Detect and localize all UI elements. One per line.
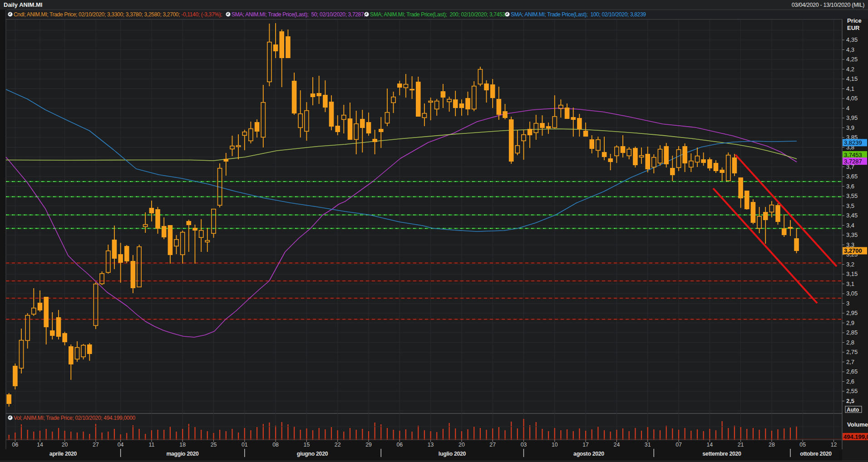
svg-text:Daily ANIM.MI: Daily ANIM.MI xyxy=(4,1,42,8)
svg-text:3,8239: 3,8239 xyxy=(844,139,862,146)
svg-text:Price: Price xyxy=(847,17,862,24)
svg-text:SMA; ANIM.MI; Trade Price(Last: SMA; ANIM.MI; Trade Price(Last); 50; 02/… xyxy=(232,11,365,18)
svg-text:07: 07 xyxy=(676,442,682,448)
svg-text:3,7287: 3,7287 xyxy=(844,158,862,165)
svg-text:21: 21 xyxy=(738,442,744,448)
svg-text:4,35: 4,35 xyxy=(846,36,858,43)
svg-text:11: 11 xyxy=(149,442,155,448)
svg-text:4,05: 4,05 xyxy=(846,95,858,102)
svg-text:24: 24 xyxy=(614,442,620,448)
svg-text:3,5: 3,5 xyxy=(846,202,854,209)
svg-text:3: 3 xyxy=(846,300,849,307)
svg-text:2,55: 2,55 xyxy=(846,388,858,394)
svg-text:3,15: 3,15 xyxy=(846,270,858,277)
svg-text:25: 25 xyxy=(211,442,217,448)
svg-text:4,1: 4,1 xyxy=(846,85,854,92)
svg-text:EUR: EUR xyxy=(847,25,860,31)
svg-text:13: 13 xyxy=(428,442,434,448)
svg-text:27: 27 xyxy=(93,442,99,448)
svg-text:10: 10 xyxy=(552,442,558,448)
svg-text:3,95: 3,95 xyxy=(846,114,858,121)
svg-text:Auto: Auto xyxy=(847,407,859,413)
svg-text:2,95: 2,95 xyxy=(846,310,858,316)
svg-text:15: 15 xyxy=(304,442,310,448)
svg-text:SMA; ANIM.MI; Trade Price(Last: SMA; ANIM.MI; Trade Price(Last); 100; 02… xyxy=(511,11,646,18)
svg-text:luglio 2020: luglio 2020 xyxy=(439,451,466,457)
svg-text:SMA; ANIM.MI; Trade Price(Last: SMA; ANIM.MI; Trade Price(Last); 200; 02… xyxy=(370,11,507,18)
svg-text:03/04/2020 - 13/10/2020 (MIL): 03/04/2020 - 13/10/2020 (MIL) xyxy=(792,2,864,8)
svg-text:3,9: 3,9 xyxy=(846,124,854,131)
svg-text:3,45: 3,45 xyxy=(846,212,858,219)
svg-text:2,65: 2,65 xyxy=(846,368,858,375)
svg-text:3,55: 3,55 xyxy=(846,192,858,199)
svg-text:20: 20 xyxy=(62,442,68,448)
svg-text:28: 28 xyxy=(769,442,775,448)
svg-text:04: 04 xyxy=(118,442,124,448)
svg-text:Cndl; ANIM.MI; Trade Price; 02: Cndl; ANIM.MI; Trade Price; 02/10/2020; … xyxy=(14,11,222,18)
svg-text:03: 03 xyxy=(521,442,527,448)
svg-text:2,5: 2,5 xyxy=(846,398,854,404)
svg-text:18: 18 xyxy=(179,442,186,448)
svg-text:01: 01 xyxy=(242,442,248,448)
svg-text:17: 17 xyxy=(582,442,589,448)
svg-text:06: 06 xyxy=(396,442,403,448)
svg-text:4,25: 4,25 xyxy=(846,56,858,63)
svg-text:agosto 2020: agosto 2020 xyxy=(573,451,604,457)
svg-text:settembre 2020: settembre 2020 xyxy=(702,451,741,457)
svg-text:2,75: 2,75 xyxy=(846,349,858,355)
svg-text:3,05: 3,05 xyxy=(846,290,858,297)
svg-text:05: 05 xyxy=(799,442,806,448)
svg-text:Vol; ANIM.MI; Trade Price; 02/: Vol; ANIM.MI; Trade Price; 02/10/2020; 4… xyxy=(14,415,136,421)
svg-text:06: 06 xyxy=(12,442,19,448)
svg-text:3,1: 3,1 xyxy=(846,280,854,287)
svg-text:22: 22 xyxy=(335,442,341,448)
svg-text:3,4: 3,4 xyxy=(846,222,854,229)
svg-text:31: 31 xyxy=(645,442,651,448)
svg-text:2,9: 2,9 xyxy=(846,319,854,326)
svg-text:494.199,0: 494.199,0 xyxy=(843,433,868,440)
svg-text:3,65: 3,65 xyxy=(846,173,858,180)
svg-text:maggio 2020: maggio 2020 xyxy=(166,451,199,457)
svg-text:ottobre 2020: ottobre 2020 xyxy=(800,451,832,457)
svg-text:aprile 2020: aprile 2020 xyxy=(49,451,77,457)
svg-text:3,2: 3,2 xyxy=(846,261,854,268)
svg-text:3,35: 3,35 xyxy=(846,231,858,238)
svg-text:Volume: Volume xyxy=(847,421,868,428)
svg-text:29: 29 xyxy=(365,442,372,448)
svg-text:4,2: 4,2 xyxy=(846,66,854,73)
svg-text:3,7453: 3,7453 xyxy=(844,152,862,158)
svg-text:4: 4 xyxy=(846,105,849,112)
svg-text:3,2700: 3,2700 xyxy=(844,247,862,254)
svg-text:2,8: 2,8 xyxy=(846,339,854,346)
svg-text:2,6: 2,6 xyxy=(846,378,854,385)
svg-text:3,6: 3,6 xyxy=(846,183,854,190)
svg-text:4,15: 4,15 xyxy=(846,75,858,82)
svg-text:giugno 2020: giugno 2020 xyxy=(297,451,328,457)
svg-text:20: 20 xyxy=(459,442,465,448)
svg-text:14: 14 xyxy=(37,442,43,448)
svg-text:08: 08 xyxy=(272,442,279,448)
svg-text:4,3: 4,3 xyxy=(846,46,854,53)
svg-text:2,85: 2,85 xyxy=(846,329,858,336)
svg-text:14: 14 xyxy=(706,442,713,448)
svg-text:2,7: 2,7 xyxy=(846,359,854,365)
svg-text:27: 27 xyxy=(489,442,496,448)
svg-text:12: 12 xyxy=(831,442,837,448)
